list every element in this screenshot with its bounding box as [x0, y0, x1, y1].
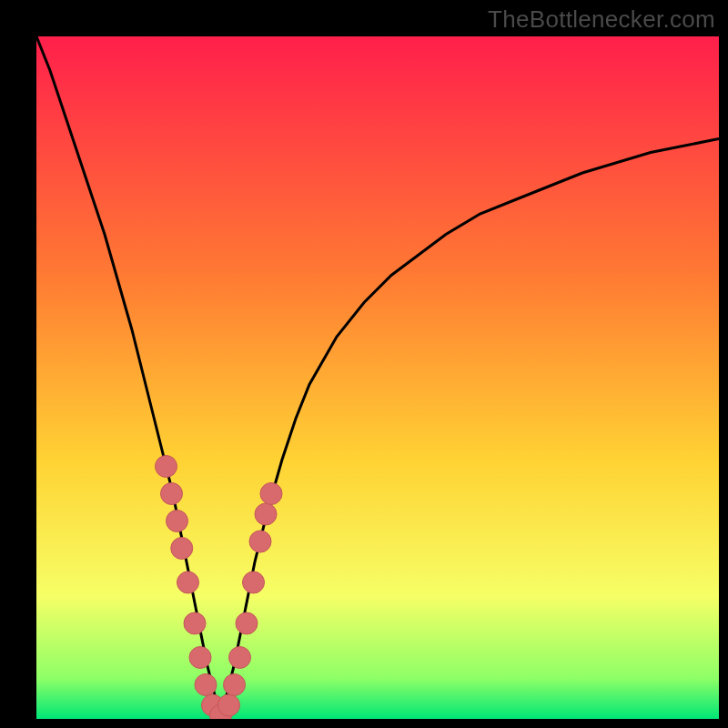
data-marker: [224, 674, 246, 696]
data-marker: [171, 538, 193, 560]
data-marker: [177, 571, 199, 593]
watermark-text: TheBottlenecker.com: [488, 5, 715, 34]
data-marker: [184, 612, 206, 634]
data-marker: [195, 674, 217, 696]
data-marker: [156, 456, 177, 478]
data-marker: [260, 483, 282, 505]
data-marker: [167, 511, 188, 532]
chart-background: [36, 36, 719, 719]
data-marker: [189, 647, 211, 669]
chart-canvas: [36, 36, 719, 719]
data-marker: [218, 694, 240, 716]
chart-svg: [36, 36, 719, 719]
data-marker: [249, 531, 271, 552]
data-marker: [255, 503, 277, 525]
data-marker: [229, 647, 251, 669]
data-marker: [236, 612, 258, 634]
outer-frame: TheBottlenecker.com: [0, 0, 728, 728]
data-marker: [161, 483, 183, 505]
data-marker: [243, 571, 265, 593]
